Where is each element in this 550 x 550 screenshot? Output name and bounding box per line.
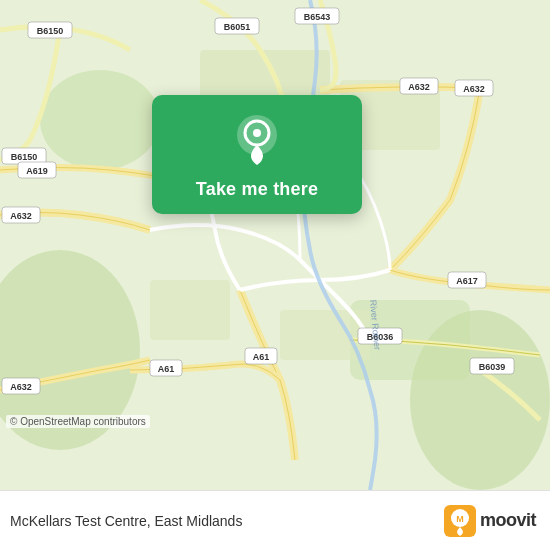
svg-text:B6039: B6039	[479, 362, 506, 372]
svg-text:A619: A619	[26, 166, 48, 176]
svg-point-40	[253, 129, 261, 137]
location-name: McKellars Test Centre, East Midlands	[10, 513, 242, 529]
svg-text:B6051: B6051	[224, 22, 251, 32]
map-container: B6150 B6051 B6543 B6150 A619 A632 A632 A…	[0, 0, 550, 490]
svg-text:A617: A617	[456, 276, 478, 286]
location-card: Take me there	[152, 95, 362, 214]
moovit-brand-text: moovit	[480, 510, 536, 531]
svg-text:B6150: B6150	[11, 152, 38, 162]
take-me-there-button[interactable]: Take me there	[196, 179, 318, 200]
svg-text:M: M	[456, 514, 464, 524]
svg-text:A632: A632	[10, 211, 32, 221]
svg-point-3	[40, 70, 160, 170]
svg-text:A632: A632	[10, 382, 32, 392]
svg-text:A632: A632	[408, 82, 430, 92]
svg-text:A61: A61	[158, 364, 175, 374]
svg-text:B6150: B6150	[37, 26, 64, 36]
map-attribution: © OpenStreetMap contributors	[6, 415, 150, 428]
svg-text:A61: A61	[253, 352, 270, 362]
location-pin-icon	[230, 113, 284, 167]
svg-rect-7	[150, 280, 230, 340]
bottom-bar: McKellars Test Centre, East Midlands M m…	[0, 490, 550, 550]
svg-text:A632: A632	[463, 84, 485, 94]
svg-text:B6543: B6543	[304, 12, 331, 22]
moovit-logo: M moovit	[444, 505, 536, 537]
moovit-brand-icon: M	[444, 505, 476, 537]
